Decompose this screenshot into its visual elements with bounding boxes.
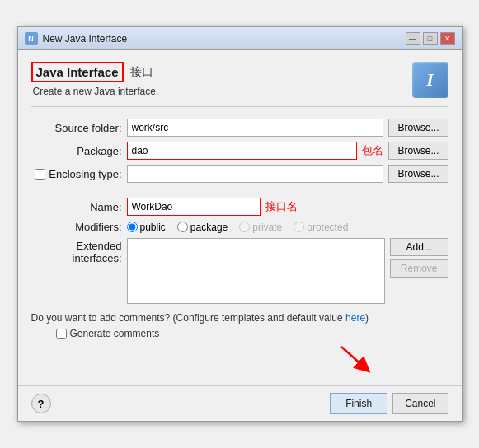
modifier-protected[interactable]: protected [294,222,348,233]
cancel-button[interactable]: Cancel [392,393,448,414]
finish-button[interactable]: Finish [330,393,387,414]
form-grid: Source folder: Browse... Package: 包名 Bro… [31,119,448,304]
comments-section: Do you want to add comments? (Configure … [31,312,448,339]
header-title: Java Interface [31,62,124,82]
modifier-private[interactable]: private [239,222,282,233]
generate-comments-row: Generate comments [56,328,448,339]
remove-interface-button[interactable]: Remove [390,259,448,278]
window-title: New Java Interface [43,33,128,44]
modifiers-row: Modifiers: public package private protec… [31,221,448,233]
enclosing-type-browse-button[interactable]: Browse... [388,165,448,183]
main-window: N New Java Interface — □ ✕ Java Interfac… [17,26,463,422]
name-input[interactable] [127,198,261,216]
extended-interfaces-label: Extended interfaces: [31,238,122,264]
modifier-package-radio[interactable] [177,222,188,232]
window-icon: N [25,32,38,45]
comments-text: Do you want to add comments? (Configure … [31,312,346,324]
header-icon: I [412,62,448,98]
modifiers-radio-group: public package private protected [127,222,349,233]
add-interface-button[interactable]: Add... [390,238,448,256]
close-button[interactable]: ✕ [440,32,455,45]
source-folder-browse-button[interactable]: Browse... [388,119,448,137]
content-area: Java Interface 接口 Create a new Java inte… [18,50,462,385]
enclosing-type-input[interactable] [127,165,384,183]
enclosing-type-label: Enclosing type: [49,168,121,180]
extended-buttons: Add... Remove [390,238,448,278]
comments-text-end: ) [365,312,369,324]
name-cn-label: 接口名 [265,199,298,214]
finish-arrow-icon [333,343,374,376]
header-desc: Create a new Java interface. [33,86,412,97]
package-label: Package: [31,145,122,157]
maximize-button[interactable]: □ [423,32,438,45]
name-row: Name: 接口名 [31,198,448,216]
header-left: Java Interface 接口 Create a new Java inte… [31,62,412,97]
header-title-row: Java Interface 接口 [31,62,412,82]
package-cn-label: 包名 [362,143,383,158]
arrow-area [31,343,374,376]
help-button[interactable]: ? [31,394,51,413]
header-section: Java Interface 接口 Create a new Java inte… [31,62,448,107]
modifiers-label: Modifiers: [31,221,122,233]
modifier-protected-radio[interactable] [294,222,304,232]
source-folder-row: Source folder: Browse... [31,119,448,137]
modifier-public[interactable]: public [127,222,166,233]
package-browse-button[interactable]: Browse... [388,142,448,160]
title-bar-left: N New Java Interface [25,32,128,45]
enclosing-type-row: Enclosing type: Browse... [31,165,448,183]
modifier-public-radio[interactable] [127,222,138,232]
comments-link[interactable]: here [345,312,365,324]
minimize-button[interactable]: — [406,32,420,45]
svg-line-1 [341,347,364,367]
enclosing-type-checkbox[interactable] [35,169,45,180]
source-folder-input[interactable] [127,119,384,137]
name-label: Name: [31,201,122,213]
extended-interfaces-box[interactable] [127,238,385,304]
source-folder-label: Source folder: [31,122,122,134]
modifier-private-radio[interactable] [239,222,250,232]
extended-interfaces-row: Extended interfaces: Add... Remove [31,238,448,304]
package-input[interactable] [127,142,358,160]
generate-comments-label: Generate comments [70,328,160,339]
title-controls: — □ ✕ [406,32,455,45]
title-bar: N New Java Interface — □ ✕ [18,27,462,50]
modifier-package[interactable]: package [177,222,228,233]
generate-comments-checkbox[interactable] [56,329,67,339]
bottom-bar: ? Finish Cancel [18,385,462,421]
header-subtitle-cn: 接口 [130,65,153,80]
package-row: Package: 包名 Browse... [31,142,448,160]
